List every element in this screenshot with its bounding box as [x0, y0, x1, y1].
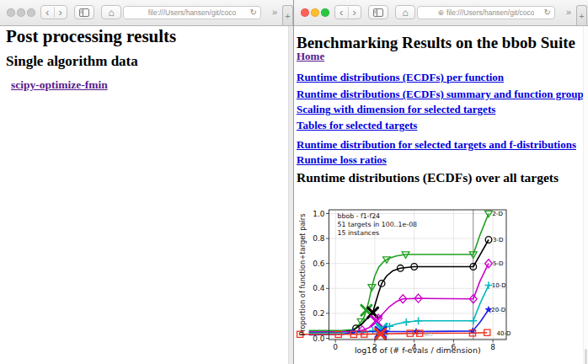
link-home[interactable]: Home	[297, 50, 324, 63]
page-info-icon[interactable]: ⊕	[438, 8, 445, 17]
minimize-window-button[interactable]	[311, 8, 319, 17]
back-button[interactable]: ‹	[41, 7, 54, 18]
nav-buttons: ‹ ›	[40, 5, 67, 19]
in-plot-annotation: bbob - f1-f24	[338, 212, 381, 220]
forward-button[interactable]: ›	[54, 7, 67, 18]
zoom-window-button[interactable]	[27, 8, 35, 17]
svg-text:1.0: 1.0	[313, 210, 325, 218]
nav-buttons: ‹ ›	[334, 5, 361, 19]
sidebar-icon	[373, 8, 383, 17]
link-tables-selected-targets[interactable]: Tables for selected targets	[297, 119, 417, 132]
address-bar[interactable]: ⊕ file:///Users/hansen/git/coco ↻	[417, 6, 555, 19]
y-axis-label: Proportion of function+target pairs	[298, 213, 307, 335]
zoom-window-button[interactable]	[321, 8, 329, 17]
home-button[interactable]: ⌂	[101, 5, 121, 19]
link-ecdf-per-function[interactable]: Runtime distributions (ECDFs) per functi…	[297, 71, 504, 84]
x-axis-label: log10 of (# f-evals / dimension)	[355, 345, 481, 355]
browser-toolbar: ‹ › ⌂ ⊕ file:///Users/hansen/git/coco ↻ …	[294, 0, 588, 26]
new-tab-button[interactable]: +	[282, 5, 293, 25]
home-icon: ⌂	[402, 8, 408, 18]
browser-window-left: ‹ › ⌂ file:///Users/hansen/git/coco ↻ » …	[0, 0, 294, 364]
svg-text:0.8: 0.8	[313, 234, 325, 243]
toolbar-overflow-icon[interactable]: »	[566, 7, 571, 17]
toolbar-overflow-icon[interactable]: »	[272, 7, 277, 17]
svg-text:0.2: 0.2	[313, 309, 324, 318]
link-scaling-dimension[interactable]: Scaling with dimension for selected targ…	[297, 103, 495, 116]
url-text: file:///Users/hansen/git/coco	[148, 8, 236, 17]
page-title: Benchmarking Results on the bbob Suite	[297, 34, 575, 52]
series-label: 20-D	[491, 307, 505, 313]
sidebar-button[interactable]	[368, 5, 388, 19]
series-label: 10-D	[492, 282, 506, 289]
series-label: 2-D	[492, 211, 502, 217]
close-window-button[interactable]	[301, 8, 309, 17]
link-ecdf-summary-groups[interactable]: Runtime distributions (ECDFs) summary an…	[297, 88, 588, 101]
url-text: file:///Users/hansen/git/coco	[446, 8, 534, 17]
window-edge-strip	[288, 26, 293, 364]
home-button[interactable]: ⌂	[395, 5, 415, 19]
sidebar-icon	[79, 8, 89, 17]
svg-text:0.0: 0.0	[313, 335, 325, 343]
home-icon: ⌂	[108, 8, 114, 18]
close-window-button[interactable]	[7, 8, 15, 17]
reload-icon[interactable]: ↻	[250, 8, 257, 17]
address-bar[interactable]: file:///Users/hansen/git/coco ↻	[123, 6, 261, 19]
series-label: 40-D	[497, 330, 511, 337]
minimize-window-button[interactable]	[17, 8, 25, 17]
screen: ‹ › ⌂ file:///Users/hansen/git/coco ↻ » …	[0, 0, 588, 364]
reload-icon[interactable]: ↻	[544, 8, 551, 17]
scrollbar-track	[583, 26, 588, 364]
browser-toolbar: ‹ › ⌂ file:///Users/hansen/git/coco ↻ » …	[0, 0, 293, 26]
svg-text:0.6: 0.6	[313, 260, 325, 268]
scrollbar-thumb[interactable]	[585, 349, 587, 364]
page-title: Post processing results	[6, 26, 176, 47]
new-tab-button[interactable]: +	[576, 5, 587, 25]
in-plot-annotation: 51 targets in 100..1e-08	[338, 221, 418, 228]
in-plot-annotation: 15 instances	[338, 229, 380, 237]
browser-window-right: ‹ › ⌂ ⊕ file:///Users/hansen/git/coco ↻ …	[294, 0, 588, 364]
section-heading: Runtime distributions (ECDFs) over all t…	[297, 170, 559, 185]
small-evals-annotation: 463	[424, 332, 433, 337]
link-scipy-optimize-fmin[interactable]: scipy-optimize-fmin	[11, 78, 108, 92]
svg-text:8: 8	[490, 343, 495, 351]
series-label: 3-D	[493, 237, 503, 244]
svg-text:0.4: 0.4	[313, 284, 325, 292]
sidebar-button[interactable]	[74, 5, 94, 19]
series-label: 5-D	[493, 260, 503, 267]
forward-button[interactable]: ›	[348, 7, 361, 18]
ecdf-chart: 2-D3-D5-D10-D20-D40-D024680.00.20.40.60.…	[294, 193, 515, 364]
link-runtime-distribution-fdist[interactable]: Runtime distribution for selected target…	[297, 138, 576, 152]
link-runtime-loss-ratios[interactable]: Runtime loss ratios	[297, 153, 387, 167]
back-button[interactable]: ‹	[335, 7, 348, 18]
svg-text:0: 0	[333, 343, 338, 351]
section-heading: Single algorithm data	[6, 53, 138, 70]
